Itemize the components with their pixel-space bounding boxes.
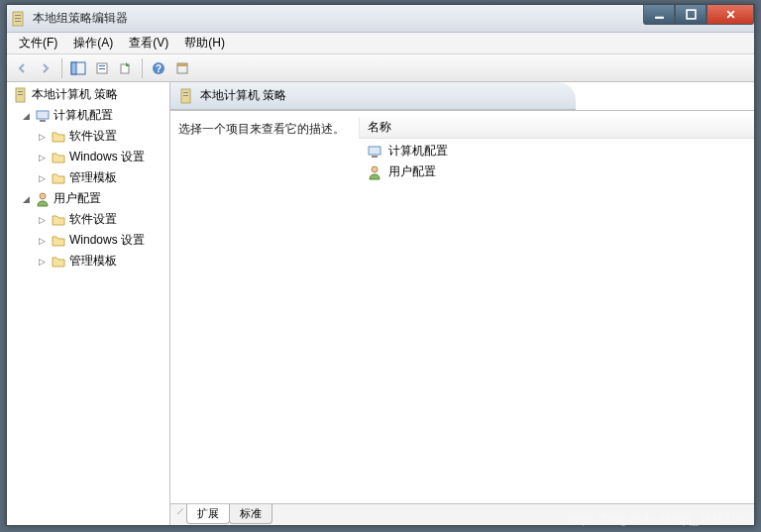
svg-rect-5 xyxy=(687,10,696,19)
tree-label: 计算机配置 xyxy=(54,107,113,124)
tree-label: 管理模板 xyxy=(69,253,117,269)
svg-rect-1 xyxy=(15,15,21,16)
properties-button[interactable] xyxy=(91,57,113,79)
tree-label: 管理模板 xyxy=(69,169,117,186)
menu-action[interactable]: 操作(A) xyxy=(65,33,121,53)
window-controls xyxy=(643,5,754,25)
svg-rect-7 xyxy=(71,62,76,74)
close-button[interactable] xyxy=(707,5,754,25)
folder-icon xyxy=(51,150,66,165)
menu-view[interactable]: 查看(V) xyxy=(121,33,176,53)
tree-label: 软件设置 xyxy=(69,128,117,145)
toolbar: ? xyxy=(7,54,754,82)
watermark: https://blog.csdn.net/qq_38161040 xyxy=(569,512,751,526)
detail-body: 选择一个项目来查看它的描述。 名称 计算机配置 用户配置 xyxy=(170,111,754,503)
svg-rect-3 xyxy=(15,21,21,22)
svg-rect-4 xyxy=(655,17,664,19)
tree-label: 软件设置 xyxy=(69,211,117,228)
svg-text:?: ? xyxy=(156,63,162,74)
tree-label: 本地计算机 策略 xyxy=(32,86,118,103)
user-icon xyxy=(367,164,382,180)
svg-rect-20 xyxy=(40,120,46,122)
titlebar[interactable]: 本地组策略编辑器 xyxy=(7,5,754,33)
user-icon xyxy=(35,191,51,207)
tree-windows-settings[interactable]: ▷ Windows 设置 xyxy=(7,147,169,167)
description-column: 选择一个项目来查看它的描述。 xyxy=(170,117,359,503)
list-item-label: 用户配置 xyxy=(388,163,436,180)
back-button[interactable] xyxy=(11,57,33,79)
svg-rect-9 xyxy=(99,65,105,66)
folder-icon xyxy=(51,129,66,145)
show-hide-tree-button[interactable] xyxy=(67,57,89,79)
collapse-icon[interactable]: ◢ xyxy=(21,193,32,204)
svg-rect-19 xyxy=(37,111,49,119)
list-item-user[interactable]: 用户配置 xyxy=(359,161,754,182)
description-text: 选择一个项目来查看它的描述。 xyxy=(178,122,345,136)
filter-button[interactable] xyxy=(171,57,193,79)
toolbar-separator xyxy=(142,58,143,78)
content-area: 本地计算机 策略 ◢ 计算机配置 ▷ 软件设置 ▷ Windows 设置 ▷ 管… xyxy=(7,82,754,525)
svg-rect-15 xyxy=(177,63,187,66)
list-column: 名称 计算机配置 用户配置 xyxy=(359,117,754,503)
svg-rect-26 xyxy=(372,156,378,158)
detail-pane: 本地计算机 策略 选择一个项目来查看它的描述。 名称 计算机配置 xyxy=(170,82,754,525)
expand-icon[interactable]: ▷ xyxy=(37,131,48,142)
minimize-button[interactable] xyxy=(643,5,675,25)
expand-icon[interactable]: ▷ xyxy=(37,256,48,266)
computer-icon xyxy=(367,144,382,160)
tab-standard[interactable]: 标准 xyxy=(229,504,272,524)
svg-rect-18 xyxy=(18,94,23,95)
menu-file[interactable]: 文件(F) xyxy=(11,33,65,53)
expand-icon[interactable]: ▷ xyxy=(37,172,48,183)
folder-icon xyxy=(51,233,66,249)
svg-rect-10 xyxy=(99,68,105,69)
expand-icon[interactable]: ▷ xyxy=(37,214,48,225)
forward-button[interactable] xyxy=(35,57,56,79)
tree-label: Windows 设置 xyxy=(69,149,145,165)
tab-extended[interactable]: 扩展 xyxy=(186,504,230,524)
folder-icon xyxy=(51,212,66,228)
tree-admin-templates[interactable]: ▷ 管理模板 xyxy=(7,251,169,271)
svg-rect-17 xyxy=(18,91,23,92)
folder-icon xyxy=(51,170,66,186)
folder-icon xyxy=(51,254,66,269)
tree-user-config[interactable]: ◢ 用户配置 xyxy=(7,188,169,209)
app-icon xyxy=(11,11,27,27)
column-label: 名称 xyxy=(368,119,391,136)
document-icon xyxy=(13,87,29,103)
menu-help[interactable]: 帮助(H) xyxy=(176,33,233,53)
toolbar-separator xyxy=(61,58,62,78)
document-icon xyxy=(178,88,194,104)
svg-rect-24 xyxy=(183,95,188,96)
list-item-computer[interactable]: 计算机配置 xyxy=(359,141,754,161)
expand-icon[interactable]: ▷ xyxy=(37,235,48,246)
detail-header: 本地计算机 策略 xyxy=(170,82,576,110)
tree-label: 用户配置 xyxy=(54,190,101,207)
tree-admin-templates[interactable]: ▷ 管理模板 xyxy=(7,167,169,188)
export-button[interactable] xyxy=(115,57,137,79)
tree-windows-settings[interactable]: ▷ Windows 设置 xyxy=(7,230,169,251)
svg-rect-23 xyxy=(183,92,188,93)
tree-label: Windows 设置 xyxy=(69,232,145,249)
svg-rect-25 xyxy=(369,147,380,155)
expand-icon[interactable]: ▷ xyxy=(37,152,48,162)
tab-decoration: ⟋ xyxy=(174,504,186,518)
detail-title: 本地计算机 策略 xyxy=(200,87,286,104)
collapse-icon[interactable]: ◢ xyxy=(21,110,32,121)
tree-computer-config[interactable]: ◢ 计算机配置 xyxy=(7,105,169,126)
tree-software-settings[interactable]: ▷ 软件设置 xyxy=(7,126,169,147)
app-window: 本地组策略编辑器 文件(F) 操作(A) 查看(V) 帮助(H) ? 本地计算机… xyxy=(6,4,755,526)
help-button[interactable]: ? xyxy=(148,57,169,79)
svg-rect-2 xyxy=(15,18,21,19)
svg-point-21 xyxy=(40,193,46,199)
tree-pane[interactable]: 本地计算机 策略 ◢ 计算机配置 ▷ 软件设置 ▷ Windows 设置 ▷ 管… xyxy=(7,82,170,525)
svg-point-27 xyxy=(372,166,378,172)
menubar: 文件(F) 操作(A) 查看(V) 帮助(H) xyxy=(7,33,754,54)
list-item-label: 计算机配置 xyxy=(388,143,448,160)
computer-icon xyxy=(35,108,51,124)
maximize-button[interactable] xyxy=(675,5,707,25)
tree-root[interactable]: 本地计算机 策略 xyxy=(7,84,169,105)
tree-software-settings[interactable]: ▷ 软件设置 xyxy=(7,209,169,230)
column-header-name[interactable]: 名称 xyxy=(359,117,754,139)
